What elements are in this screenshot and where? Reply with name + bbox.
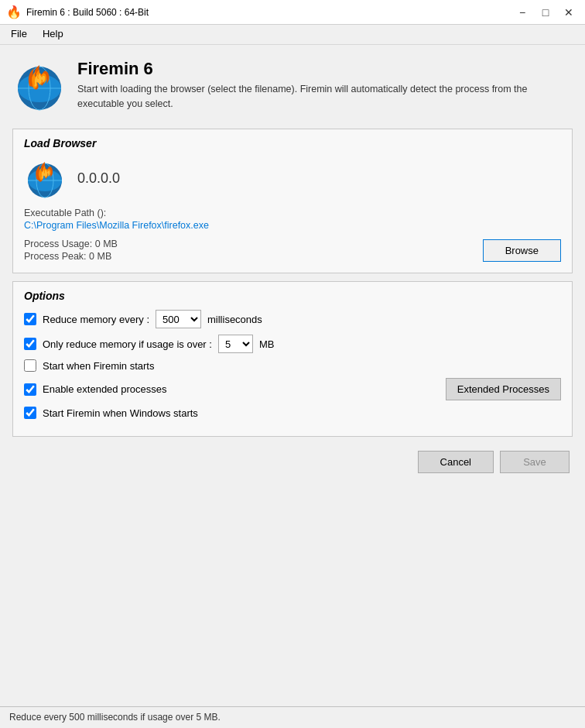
browser-info: 0.0.0.0 xyxy=(24,157,561,200)
reduce-memory-label[interactable]: Reduce memory every : xyxy=(43,314,149,325)
windows-starts-checkbox[interactable] xyxy=(24,407,36,419)
options-section: Options Reduce memory every : 500 250 75… xyxy=(12,281,573,437)
process-usage-label: Process Usage: xyxy=(24,239,95,249)
reduce-memory-checkbox[interactable] xyxy=(24,313,36,325)
only-reduce-row: Only reduce memory if usage is over : 5 … xyxy=(24,335,561,353)
browse-button[interactable]: Browse xyxy=(483,239,561,262)
close-button[interactable]: ✕ xyxy=(559,4,579,21)
title-bar-text: Firemin 6 : Build 5060 : 64-Bit xyxy=(26,7,149,18)
process-peak-label: Process Peak: xyxy=(24,251,89,262)
usage-info: Process Usage: 0 MB Process Peak: 0 MB xyxy=(24,239,118,262)
start-firemin-row: Start when Firemin starts xyxy=(24,359,561,372)
bottom-buttons: Cancel Save xyxy=(12,445,573,476)
process-peak-value: 0 MB xyxy=(89,251,111,262)
extended-processes-row: Enable extended processes Extended Proce… xyxy=(24,378,561,400)
main-content: Firemin 6 Start with loading the browser… xyxy=(0,45,585,706)
title-bar: 🔥 Firemin 6 : Build 5060 : 64-Bit − □ ✕ xyxy=(0,0,585,25)
cancel-button[interactable]: Cancel xyxy=(418,451,494,473)
usage-browse-row: Process Usage: 0 MB Process Peak: 0 MB B… xyxy=(24,239,561,262)
process-usage-row: Process Usage: 0 MB xyxy=(24,239,118,249)
title-bar-controls: − □ ✕ xyxy=(512,4,579,21)
menu-bar: File Help xyxy=(0,25,585,45)
app-logo xyxy=(12,59,67,113)
load-browser-section: Load Browser 0.0.0.0 Executable Path ():… xyxy=(12,129,573,273)
app-title: Firemin 6 xyxy=(77,59,573,79)
windows-starts-row: Start Firemin when Windows starts xyxy=(24,407,561,419)
extended-processes-button[interactable]: Extended Processes xyxy=(446,378,561,400)
app-header: Firemin 6 Start with loading the browser… xyxy=(12,54,573,121)
app-icon: 🔥 xyxy=(6,5,22,19)
only-reduce-checkbox[interactable] xyxy=(24,338,36,350)
menu-file[interactable]: File xyxy=(3,26,35,43)
exe-path-link[interactable]: C:\Program Files\Mozilla Firefox\firefox… xyxy=(24,220,561,231)
save-button: Save xyxy=(500,451,570,473)
options-title: Options xyxy=(24,290,561,302)
browser-logo xyxy=(24,157,67,200)
app-description: Start with loading the browser (select t… xyxy=(77,82,573,112)
exe-path-label: Executable Path (): xyxy=(24,208,561,218)
only-reduce-label[interactable]: Only reduce memory if usage is over : xyxy=(43,338,212,350)
start-firemin-label[interactable]: Start when Firemin starts xyxy=(43,360,155,372)
title-bar-left: 🔥 Firemin 6 : Build 5060 : 64-Bit xyxy=(6,5,149,19)
load-browser-title: Load Browser xyxy=(24,137,561,149)
extended-processes-checkbox[interactable] xyxy=(24,383,36,396)
milliseconds-label: milliseconds xyxy=(207,314,262,325)
menu-help[interactable]: Help xyxy=(35,26,71,43)
minimize-button[interactable]: − xyxy=(512,4,532,21)
app-info: Firemin 6 Start with loading the browser… xyxy=(77,59,573,112)
status-text: Reduce every 500 milliseconds if usage o… xyxy=(9,712,221,723)
browser-version: 0.0.0.0 xyxy=(77,170,120,187)
mb-label: MB xyxy=(259,338,275,350)
status-bar: Reduce every 500 milliseconds if usage o… xyxy=(0,706,585,728)
reduce-memory-row: Reduce memory every : 500 250 750 1000 2… xyxy=(24,310,561,328)
windows-starts-label[interactable]: Start Firemin when Windows starts xyxy=(43,407,198,419)
start-firemin-checkbox[interactable] xyxy=(24,359,36,372)
only-reduce-select[interactable]: 5 1 2 10 20 50 xyxy=(218,335,253,353)
process-peak-row: Process Peak: 0 MB xyxy=(24,251,111,262)
extended-processes-label[interactable]: Enable extended processes xyxy=(43,383,166,395)
maximize-button[interactable]: □ xyxy=(535,4,556,21)
process-usage-value: 0 MB xyxy=(95,239,118,249)
reduce-memory-select[interactable]: 500 250 750 1000 2000 xyxy=(156,310,201,328)
